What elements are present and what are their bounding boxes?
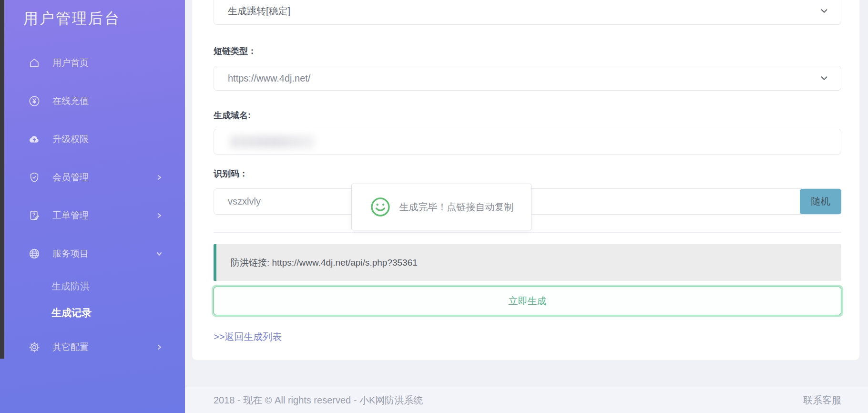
- random-button[interactable]: 随机: [800, 189, 841, 214]
- window-edge-strip: [0, 0, 4, 359]
- domain-label: 生成域名:: [214, 110, 841, 121]
- shortlink-type-value: https://www.4dj.net/: [228, 73, 310, 84]
- back-to-list-link[interactable]: >>返回生成列表: [214, 330, 282, 343]
- gear-icon: [28, 341, 41, 353]
- sidebar-item-upgrade[interactable]: 升级权限: [0, 120, 185, 158]
- sidebar-item-label: 服务项目: [52, 248, 89, 260]
- sidebar-item-services[interactable]: 服务项目: [0, 235, 185, 273]
- shortlink-type-label: 短链类型：: [214, 46, 841, 57]
- shortlink-type-select[interactable]: https://www.4dj.net/: [214, 66, 841, 91]
- sidebar-subitem-generate-flood[interactable]: 生成防洪: [0, 273, 185, 299]
- generate-now-button[interactable]: 立即生成: [214, 287, 841, 315]
- jump-type-select[interactable]: 生成跳转[稳定]: [214, 0, 841, 25]
- sidebar-item-label: 工单管理: [52, 209, 89, 222]
- sidebar-item-label: 在线充值: [52, 95, 89, 107]
- app-title: 用户管理后台: [23, 9, 121, 29]
- sidebar-item-members[interactable]: 会员管理: [0, 158, 185, 196]
- sidebar-item-user-home[interactable]: 用户首页: [0, 44, 185, 82]
- code-value: vszxlvly: [228, 196, 261, 207]
- sidebar: 用户管理后台 用户首页 在线充值 升级权限 会员管理: [0, 0, 185, 413]
- code-label: 识别码：: [214, 168, 841, 179]
- sidebar-item-label: 会员管理: [52, 171, 89, 184]
- redacted-domain-blur: [230, 135, 315, 148]
- chevron-right-icon: [155, 212, 163, 219]
- chevron-down-icon: [155, 250, 163, 258]
- flood-link-text: 防洪链接: https://www.4dj.net/api/s.php?3536…: [231, 257, 418, 269]
- ticket-question-icon: [28, 209, 41, 222]
- sidebar-item-other-config[interactable]: 其它配置: [0, 328, 185, 366]
- sidebar-subitem-generate-records[interactable]: 生成记录: [0, 299, 185, 326]
- sidebar-item-label: 其它配置: [52, 341, 89, 353]
- copyright-text: 2018 - 现在 © All rights reserved - 小K网防洪系…: [214, 394, 423, 407]
- home-icon: [28, 57, 41, 69]
- sidebar-item-label: 升级权限: [52, 133, 89, 145]
- flood-link-alert[interactable]: 防洪链接: https://www.4dj.net/api/s.php?3536…: [214, 244, 841, 281]
- domain-input[interactable]: [214, 129, 841, 155]
- chevron-down-icon: [819, 73, 829, 83]
- sidebar-item-recharge[interactable]: 在线充值: [0, 82, 185, 120]
- yen-circle-icon: [28, 95, 41, 107]
- cloud-upload-icon: [28, 133, 41, 145]
- success-toast: 生成完毕！点链接自动复制: [351, 184, 531, 230]
- shield-check-icon: [28, 171, 41, 184]
- sidebar-subitem-label: 生成防洪: [51, 280, 90, 293]
- toast-message: 生成完毕！点链接自动复制: [399, 201, 514, 214]
- sidebar-item-tickets[interactable]: 工单管理: [0, 196, 185, 235]
- jump-type-value: 生成跳转[稳定]: [228, 5, 290, 18]
- sidebar-menu: 用户首页 在线充值 升级权限 会员管理: [0, 44, 185, 366]
- generate-form-card: 生成跳转[稳定] 短链类型： https://www.4dj.net/ 生成域名…: [192, 0, 859, 360]
- chevron-right-icon: [155, 174, 163, 181]
- chevron-down-icon: [819, 6, 829, 16]
- sidebar-item-label: 用户首页: [52, 57, 89, 69]
- contact-support-link[interactable]: 联系客服: [803, 394, 841, 407]
- sidebar-subitem-label: 生成记录: [51, 306, 92, 320]
- chevron-right-icon: [155, 343, 163, 351]
- section-divider: [214, 232, 841, 233]
- page-footer: 2018 - 现在 © All rights reserved - 小K网防洪系…: [185, 387, 868, 413]
- globe-icon: [28, 248, 41, 260]
- smiley-icon: [369, 196, 391, 218]
